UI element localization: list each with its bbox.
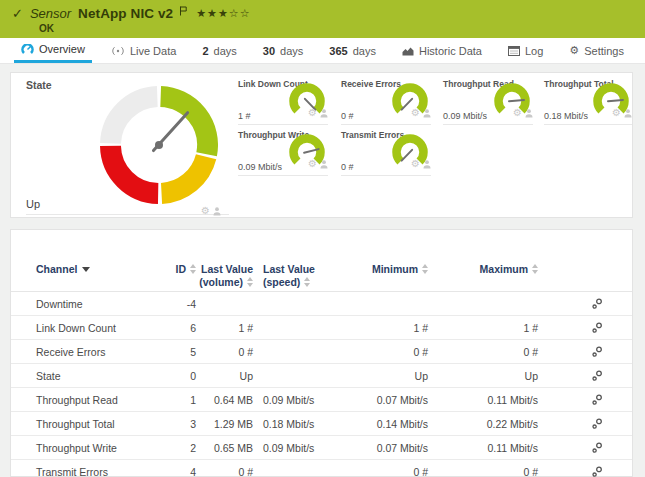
channel-name[interactable]: Throughput Read bbox=[11, 394, 171, 406]
ok-check-icon: ✓ bbox=[12, 6, 23, 21]
tab-label: Overview bbox=[39, 43, 85, 55]
last-value-speed: 0.18 Mbit/s bbox=[253, 418, 328, 430]
person-icon[interactable] bbox=[525, 104, 533, 122]
minimum-value: 1 # bbox=[328, 322, 428, 334]
table-header-row: Channel ID Last Value(volume) Last Value… bbox=[11, 230, 632, 292]
person-icon[interactable] bbox=[423, 155, 431, 173]
person-icon[interactable] bbox=[423, 104, 431, 122]
tab-number: 30 bbox=[263, 45, 275, 57]
person-icon[interactable] bbox=[624, 104, 632, 122]
tab-settings[interactable]: ⚙ Settings bbox=[562, 38, 631, 63]
tab-label: days bbox=[280, 45, 303, 57]
tab-live-data[interactable]: Live Data bbox=[104, 38, 183, 63]
channel-name[interactable]: Link Down Count bbox=[11, 322, 171, 334]
gauge-card-throughput-total: Throughput Total 0.18 Mbit/s ⚙ bbox=[544, 77, 632, 125]
tab-365-days[interactable]: 365 days bbox=[322, 38, 383, 63]
maximum-value: 0.22 Mbit/s bbox=[428, 418, 538, 430]
channel-id: 0 bbox=[171, 370, 196, 382]
minimum-value: 0 # bbox=[328, 466, 428, 477]
channel-settings-icon[interactable] bbox=[592, 466, 602, 477]
channel-settings-icon[interactable] bbox=[592, 322, 602, 333]
state-gauge-title: State bbox=[26, 79, 52, 91]
tab-label: days bbox=[214, 45, 237, 57]
tab-30-days[interactable]: 30 days bbox=[256, 38, 311, 63]
gauge-settings-gear-icon[interactable]: ⚙ bbox=[308, 108, 317, 118]
gauge-settings-gear-icon[interactable]: ⚙ bbox=[513, 108, 522, 118]
column-header-channel[interactable]: Channel bbox=[11, 263, 171, 276]
channel-id: 6 bbox=[171, 322, 196, 334]
channel-settings-icon[interactable] bbox=[592, 298, 602, 309]
column-header-minimum[interactable]: Minimum bbox=[328, 263, 428, 276]
minimum-value: Up bbox=[328, 370, 428, 382]
person-icon[interactable] bbox=[320, 104, 328, 122]
log-icon bbox=[508, 46, 520, 56]
maximum-value: 0.11 Mbit/s bbox=[428, 394, 538, 406]
channel-settings-icon[interactable] bbox=[592, 346, 602, 357]
person-icon[interactable] bbox=[320, 155, 328, 173]
gauge-value: 0 # bbox=[341, 162, 354, 172]
person-icon[interactable] bbox=[213, 202, 221, 220]
maximum-value: 0 # bbox=[428, 346, 538, 358]
state-gauge-hub bbox=[155, 141, 163, 149]
tab-label: Log bbox=[525, 45, 543, 57]
gauge-value: 1 # bbox=[238, 111, 251, 121]
tab-number: 2 bbox=[202, 45, 208, 57]
gauge-settings-gear-icon[interactable]: ⚙ bbox=[201, 206, 210, 216]
table-row: State 0 Up Up Up bbox=[11, 364, 632, 388]
tab-historic-data[interactable]: Historic Data bbox=[395, 38, 489, 63]
minimum-value: 0.07 Mbit/s bbox=[328, 442, 428, 454]
maximum-value: 0 # bbox=[428, 466, 538, 477]
last-value-volume: 1.29 MB bbox=[196, 418, 253, 430]
channel-settings-icon[interactable] bbox=[592, 418, 602, 429]
tab-log[interactable]: Log bbox=[501, 38, 550, 63]
channel-name[interactable]: Throughput Total bbox=[11, 418, 171, 430]
sort-desc-icon bbox=[82, 267, 90, 272]
sensor-header: ✓ Sensor NetApp NIC v2 ★★★☆☆ OK bbox=[0, 0, 645, 38]
historic-data-icon bbox=[402, 46, 414, 56]
channel-name[interactable]: Downtime bbox=[11, 298, 171, 310]
channel-settings-icon[interactable] bbox=[592, 370, 602, 381]
gauge-settings-gear-icon[interactable]: ⚙ bbox=[411, 159, 420, 169]
channel-id: 4 bbox=[171, 466, 196, 477]
column-header-last-value-volume[interactable]: Last Value(volume) bbox=[196, 263, 253, 288]
gauge-card-receive-errors: Receive Errors 0 # ⚙ bbox=[341, 77, 431, 125]
channel-id: 3 bbox=[171, 418, 196, 430]
column-header-last-value-speed[interactable]: Last Value(speed) bbox=[253, 263, 328, 288]
channel-settings-icon[interactable] bbox=[592, 394, 602, 405]
gauges-panel: State Up ⚙ Link Down Count 1 # ⚙ Receive… bbox=[10, 72, 633, 218]
table-row: Throughput Total 3 1.29 MB 0.18 Mbit/s 0… bbox=[11, 412, 632, 436]
channel-name[interactable]: State bbox=[11, 370, 171, 382]
table-row: Transmit Errors 4 0 # 0 # 0 # bbox=[11, 460, 632, 477]
minimum-value: 0.07 Mbit/s bbox=[328, 394, 428, 406]
channel-name[interactable]: Receive Errors bbox=[11, 346, 171, 358]
tab-2-days[interactable]: 2 days bbox=[195, 38, 243, 63]
gauge-settings-gear-icon[interactable]: ⚙ bbox=[411, 108, 420, 118]
table-row: Link Down Count 6 1 # 1 # 1 # bbox=[11, 316, 632, 340]
tab-label: Settings bbox=[584, 45, 624, 57]
object-kind-label: Sensor bbox=[30, 6, 71, 21]
channel-settings-icon[interactable] bbox=[592, 442, 602, 453]
priority-stars[interactable]: ★★★☆☆ bbox=[196, 7, 250, 20]
maximum-value: Up bbox=[428, 370, 538, 382]
channel-name[interactable]: Throughput Write bbox=[11, 442, 171, 454]
tab-number: 365 bbox=[329, 45, 347, 57]
column-header-maximum[interactable]: Maximum bbox=[428, 263, 538, 276]
last-value-volume: Up bbox=[196, 370, 253, 382]
channel-name[interactable]: Transmit Errors bbox=[11, 466, 171, 477]
table-row: Throughput Write 2 0.65 MB 0.09 Mbit/s 0… bbox=[11, 436, 632, 460]
status-badge: OK bbox=[39, 23, 54, 34]
gauge-icon bbox=[21, 44, 34, 55]
gauge-card-throughput-read: Throughput Read 0.09 Mbit/s ⚙ bbox=[443, 77, 533, 125]
gauge-settings-gear-icon[interactable]: ⚙ bbox=[308, 159, 317, 169]
tab-overview[interactable]: Overview bbox=[14, 38, 92, 63]
table-row: Downtime -4 bbox=[11, 292, 632, 316]
gauge-settings-gear-icon[interactable]: ⚙ bbox=[612, 108, 621, 118]
settings-gear-icon: ⚙ bbox=[569, 45, 579, 56]
gauge-card-transmit-errors: Transmit Errors 0 # ⚙ bbox=[341, 128, 431, 176]
channel-id: 2 bbox=[171, 442, 196, 454]
state-gauge-value: Up bbox=[26, 198, 40, 210]
maximum-value: 0.11 Mbit/s bbox=[428, 442, 538, 454]
channel-id: -4 bbox=[171, 298, 196, 310]
divider bbox=[26, 214, 229, 215]
column-header-id[interactable]: ID bbox=[171, 263, 196, 276]
